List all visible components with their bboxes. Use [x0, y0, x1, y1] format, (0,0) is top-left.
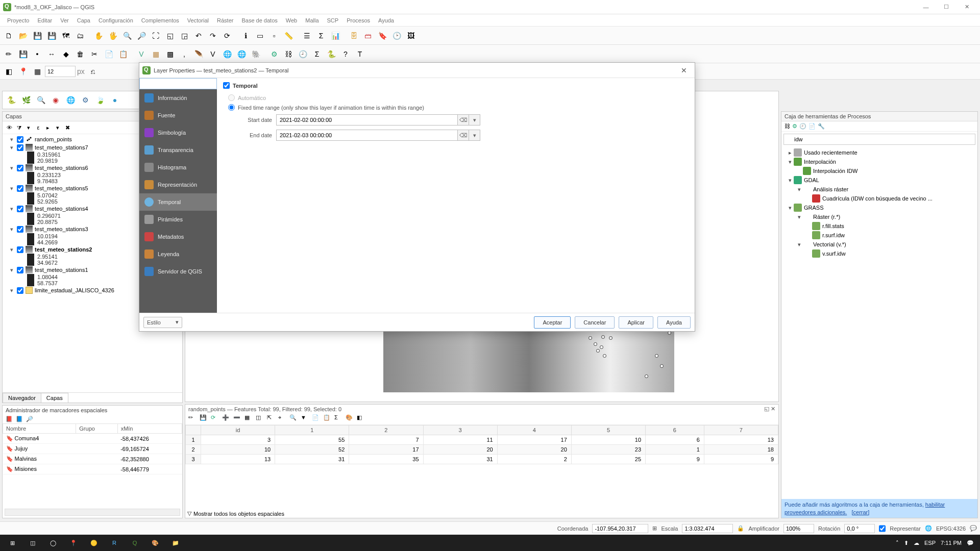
toolbox-tree-node[interactable]: Interpolación IDW: [785, 166, 974, 176]
move-feature-icon[interactable]: ↔: [45, 47, 58, 61]
taskview-icon[interactable]: ◫: [22, 535, 43, 551]
copy-rows-icon[interactable]: 📄: [312, 414, 321, 423]
cell[interactable]: 18: [704, 445, 778, 455]
cell[interactable]: 20: [497, 445, 571, 455]
bookmarks-icon[interactable]: 🔖: [376, 29, 389, 42]
cell[interactable]: 13: [704, 435, 778, 445]
edit-icon[interactable]: ✏: [188, 414, 198, 423]
expand-icon[interactable]: ▾: [9, 267, 15, 273]
python-console-icon[interactable]: 🐍: [5, 93, 18, 107]
radio-automatic[interactable]: [228, 94, 235, 101]
attr-col-header[interactable]: 7: [704, 425, 778, 435]
zoom-out-icon[interactable]: 🔎: [135, 29, 148, 42]
expand-icon[interactable]: ▸: [43, 123, 53, 132]
layer-visibility-checkbox[interactable]: [17, 287, 23, 294]
attr-col-header[interactable]: id: [201, 425, 275, 435]
menu-configuracion[interactable]: Configuración: [94, 16, 137, 25]
menu-complementos[interactable]: Complementos: [137, 16, 183, 25]
crs-icon[interactable]: 🌐: [925, 525, 932, 532]
copy-icon[interactable]: 📄: [102, 47, 115, 61]
raster-layer-icon[interactable]: ▦: [149, 47, 162, 61]
start-icon[interactable]: ⊞: [2, 535, 22, 551]
cell[interactable]: 7: [349, 435, 423, 445]
paste-rows-icon[interactable]: 📋: [323, 414, 332, 423]
lock-icon[interactable]: 🔒: [737, 525, 744, 532]
dialog-titlebar[interactable]: Layer Properties — test_meteo_stations2 …: [139, 63, 695, 78]
globe-icon[interactable]: 🌐: [64, 93, 77, 107]
end-dropdown-icon[interactable]: ▾: [469, 130, 480, 141]
apply-button[interactable]: Aplicar: [619, 316, 653, 329]
cell[interactable]: 11: [423, 435, 497, 445]
toolbox-tree[interactable]: ▸ Usado recientemente▾ Interpolación Int…: [781, 147, 977, 259]
layer-visibility-checkbox[interactable]: [17, 136, 23, 143]
toolbox-search-input[interactable]: [783, 134, 975, 145]
expression-icon[interactable]: ε: [34, 123, 43, 132]
zoom-last-icon[interactable]: ↶: [192, 29, 205, 42]
zoom-in-icon[interactable]: 🔍: [120, 29, 134, 42]
dialog-search-input[interactable]: [139, 78, 217, 89]
menu-malla[interactable]: Malla: [301, 16, 323, 25]
select-all-icon[interactable]: ▦: [244, 414, 254, 423]
virtual-icon[interactable]: V: [206, 47, 219, 61]
postgis-icon[interactable]: 🐘: [249, 47, 262, 61]
pan-icon[interactable]: ✋: [92, 29, 105, 42]
bm-col-xmin[interactable]: xMín: [117, 424, 182, 434]
cell[interactable]: 55: [275, 435, 349, 445]
vector-layer-icon[interactable]: V: [135, 47, 148, 61]
add-bookmark-icon[interactable]: 📕: [6, 416, 13, 422]
menu-editar[interactable]: Editar: [33, 16, 56, 25]
help-icon[interactable]: ?: [339, 47, 352, 61]
table-row[interactable]: 13557111710613: [186, 435, 778, 445]
deselect-icon[interactable]: ▫: [267, 29, 281, 42]
data-source-icon[interactable]: 🗃: [361, 29, 375, 42]
expand-icon[interactable]: ▾: [9, 287, 15, 294]
end-date-input[interactable]: [276, 130, 458, 141]
crs-label[interactable]: EPSG:4326: [936, 525, 966, 532]
attributes-icon[interactable]: ☰: [300, 29, 313, 42]
pan-selection-icon[interactable]: 🖐: [106, 29, 119, 42]
zoom-next-icon[interactable]: ↷: [206, 29, 219, 42]
toolbox-tree-node[interactable]: ▾ Análisis ráster: [785, 185, 974, 194]
tab-piramides[interactable]: Pirámides: [139, 211, 217, 228]
stats-icon[interactable]: 📊: [329, 29, 342, 42]
tab-representacion[interactable]: Representación: [139, 176, 217, 193]
topology-icon[interactable]: ⎌: [86, 65, 100, 78]
gear-blue-icon[interactable]: ⚙: [79, 93, 92, 107]
layer-visibility-checkbox[interactable]: [17, 144, 23, 151]
invert-icon[interactable]: ◫: [256, 414, 265, 423]
chrome-icon[interactable]: 🟡: [84, 535, 104, 551]
blue-dot-icon[interactable]: ●: [108, 93, 121, 107]
toolbox-tree-node[interactable]: ▸ Usado recientemente: [785, 148, 974, 157]
expand-icon[interactable]: ▾: [9, 136, 15, 143]
bookmark-row[interactable]: 🔖 Misiones-58,446779: [3, 464, 182, 474]
layout-icon[interactable]: 🗺: [59, 29, 72, 42]
results-icon[interactable]: Σ: [310, 47, 324, 61]
help-button[interactable]: Ayuda: [657, 316, 691, 329]
tab-fuente[interactable]: Fuente: [139, 107, 217, 124]
save-edits-icon[interactable]: 💾: [16, 47, 30, 61]
spinbox-input[interactable]: [45, 66, 76, 77]
db-manager-icon[interactable]: 🗄: [347, 29, 360, 42]
remove-layer-icon[interactable]: ✖: [63, 123, 72, 132]
tree-expand-icon[interactable]: ▾: [787, 159, 794, 165]
cell[interactable]: 9: [646, 455, 704, 464]
menu-ayuda[interactable]: Ayuda: [374, 16, 398, 25]
menu-procesos[interactable]: Procesos: [342, 16, 374, 25]
attr-col-header[interactable]: 5: [571, 425, 645, 435]
spatialite-icon[interactable]: 🪶: [192, 47, 205, 61]
node-tool-icon[interactable]: ◆: [59, 47, 72, 61]
menu-proyecto[interactable]: Proyecto: [3, 16, 33, 25]
row-header[interactable]: 3: [186, 455, 201, 464]
options-icon[interactable]: 🔧: [818, 123, 825, 130]
mesh-layer-icon[interactable]: ▩: [163, 47, 177, 61]
save-icon[interactable]: 💾: [200, 414, 209, 423]
toolbox-tree-node[interactable]: ▾ Interpolación: [785, 157, 974, 166]
scale-input[interactable]: [682, 524, 733, 533]
close-button[interactable]: ✕: [957, 1, 977, 13]
delete-bookmark-icon[interactable]: 📘: [16, 416, 23, 422]
cortana-icon[interactable]: ◯: [43, 535, 63, 551]
layer-visibility-checkbox[interactable]: [17, 267, 23, 273]
maps-icon[interactable]: 📍: [63, 535, 84, 551]
save-as-icon[interactable]: 💾: [45, 29, 58, 42]
conditional-icon[interactable]: 🎨: [346, 414, 355, 423]
